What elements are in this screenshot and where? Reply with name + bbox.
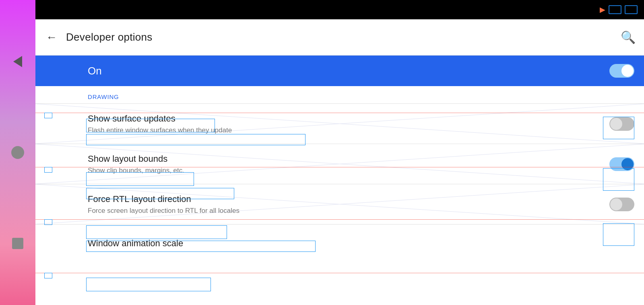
main-content: ← Developer options 🔍 On DRAWING Show su…	[35, 19, 644, 305]
battery-icon	[609, 5, 621, 14]
show-surface-updates-thumb	[610, 118, 622, 130]
show-layout-bounds-content: Show layout bounds Show clip bounds, mar…	[88, 154, 601, 175]
nav-recents-button[interactable]	[8, 233, 28, 253]
square-nav-icon	[12, 238, 23, 249]
back-button[interactable]: ←	[43, 29, 60, 45]
back-arrow-icon: ←	[46, 32, 57, 43]
show-layout-bounds-row[interactable]: Show layout bounds Show clip bounds, mar…	[35, 144, 644, 184]
nav-back-button[interactable]	[8, 52, 28, 72]
show-surface-updates-desc: Flash entire window surfaces when they u…	[88, 126, 601, 134]
status-bar: ▶	[35, 0, 644, 19]
show-layout-bounds-thumb	[621, 158, 634, 170]
show-surface-updates-toggle[interactable]	[609, 117, 634, 131]
show-surface-updates-toggle-wrapper[interactable]	[609, 117, 634, 131]
window-animation-scale-content: Window animation scale	[88, 238, 634, 251]
window-animation-scale-title: Window animation scale	[88, 238, 634, 249]
search-button[interactable]: 🔍	[620, 29, 636, 45]
force-rtl-row[interactable]: Force RTL layout direction Force screen …	[35, 184, 644, 224]
nav-home-button[interactable]	[8, 142, 28, 163]
signal-icon	[625, 5, 638, 14]
search-icon: 🔍	[621, 30, 636, 44]
notification-icon: ▶	[600, 5, 605, 14]
header-bar: ← Developer options 🔍	[35, 19, 644, 56]
status-icons: ▶	[600, 5, 638, 14]
window-animation-scale-row[interactable]: Window animation scale	[35, 224, 644, 264]
developer-options-toggle[interactable]	[609, 64, 634, 78]
show-surface-updates-title: Show surface updates	[88, 113, 601, 124]
drawing-section-label: DRAWING	[88, 93, 119, 100]
show-layout-bounds-desc: Show clip bounds, margins, etc.	[88, 167, 601, 175]
show-layout-bounds-toggle-wrapper[interactable]	[609, 157, 634, 171]
nav-sidebar	[0, 0, 35, 305]
force-rtl-toggle[interactable]	[609, 198, 634, 211]
page-title: Developer options	[66, 31, 620, 43]
circle-nav-icon	[11, 146, 24, 159]
drawing-section-header: DRAWING	[35, 86, 644, 103]
toggle-thumb	[621, 65, 634, 77]
force-rtl-content: Force RTL layout direction Force screen …	[88, 194, 601, 215]
show-surface-updates-row[interactable]: Show surface updates Flash entire window…	[35, 103, 644, 144]
force-rtl-title: Force RTL layout direction	[88, 194, 601, 204]
developer-options-toggle-row[interactable]: On	[35, 56, 644, 86]
force-rtl-toggle-wrapper[interactable]	[609, 198, 634, 211]
show-layout-bounds-title: Show layout bounds	[88, 154, 601, 164]
force-rtl-thumb	[610, 198, 622, 210]
force-rtl-desc: Force screen layout direction to RTL for…	[88, 207, 601, 215]
back-nav-icon	[13, 56, 22, 67]
developer-options-on-label: On	[88, 65, 609, 77]
show-surface-updates-content: Show surface updates Flash entire window…	[88, 113, 601, 134]
show-layout-bounds-toggle[interactable]	[609, 157, 634, 171]
